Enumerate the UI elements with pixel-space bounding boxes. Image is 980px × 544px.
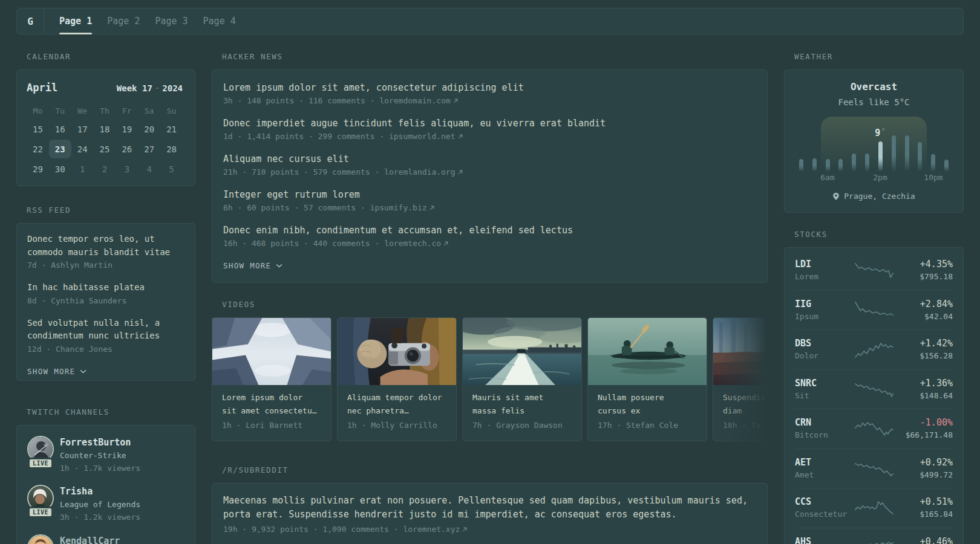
calendar-day: 30 [49, 159, 71, 179]
external-link-icon [430, 206, 434, 210]
calendar-separator: · [152, 83, 162, 93]
hackernews-item-domain[interactable]: loremlandia.org [384, 167, 455, 176]
stock-info: DBS Dolor [795, 337, 853, 362]
rss-widget: RSS FEED Donec tempor eros leo, ut commo… [16, 206, 195, 381]
weather-bar [931, 154, 935, 172]
hackernews-item-stats: 3h · 148 points · 116 comments [223, 96, 365, 105]
stock-symbol[interactable]: IIG [795, 299, 811, 309]
video-card[interactable]: Nullam posuere cursus ex 17h · Stefan Co… [587, 317, 707, 441]
hackernews-item-title[interactable]: Donec imperdiet augue tincidunt felis al… [223, 117, 756, 131]
avatar-image-kendallcarr [28, 536, 53, 544]
avatar-ring [27, 534, 54, 544]
calendar-day: 26 [116, 139, 138, 159]
rss-item-title[interactable]: Sed volutpat nulla nisl, a condimentum n… [27, 317, 185, 343]
stock-change: +0.51% [895, 495, 953, 508]
rss-item: Donec tempor eros leo, ut commodo mauris… [27, 233, 185, 271]
hackernews-item-meta: 16h · 468 points · 440 comments · loremt… [223, 238, 756, 250]
stock-symbol[interactable]: AHS [795, 536, 811, 544]
weather-location[interactable]: Prague, Czechia [795, 191, 953, 201]
stock-change: -1.00% [895, 416, 953, 429]
video-card[interactable]: Mauris sit amet massa felis 7h · Grayson… [462, 317, 582, 441]
tab-page-4[interactable]: Page 4 [203, 8, 236, 34]
tab-page-3[interactable]: Page 3 [155, 8, 188, 34]
twitch-channel: LIVE Trisha League of Legends 3h · 1.2k … [27, 485, 185, 523]
video-title[interactable]: Mauris sit amet massa felis [472, 391, 572, 417]
video-meta: 7h · Grayson Dawson [472, 419, 572, 432]
hackernews-item: Donec enim nibh, condimentum et accumsan… [223, 224, 756, 250]
hackernews-item-domain[interactable]: ipsumify.biz [370, 203, 427, 212]
hackernews-item-meta: 3h · 148 points · 116 comments · loremdo… [223, 95, 756, 107]
weather-condition: Overcast [795, 82, 953, 92]
hackernews-item-title[interactable]: Donec enim nibh, condimentum et accumsan… [223, 224, 756, 238]
external-link-icon [443, 241, 448, 246]
rss-widget-label: RSS FEED [27, 206, 195, 215]
twitch-avatar: LIVE [27, 436, 54, 474]
hackernews-show-more-button[interactable]: SHOW MORE [223, 261, 756, 270]
stock-symbol[interactable]: AET [795, 457, 811, 468]
twitch-channel-category[interactable]: Counter-Strike [60, 449, 140, 462]
stock-symbol[interactable]: DBS [795, 338, 811, 349]
hackernews-item-domain[interactable]: loremdomain.com [379, 96, 450, 105]
sparkline-chart [855, 380, 893, 399]
stock-values: +1.42% $156.28 [895, 337, 953, 362]
calendar-day: 16 [49, 119, 71, 139]
stock-price: $795.18 [895, 271, 953, 283]
videos-carousel: Lorem ipsum dolor sit amet consectetu… 1… [212, 317, 768, 441]
twitch-channel-info: ForrestBurton Counter-Strike 1h · 1.7k v… [60, 436, 140, 474]
stock-symbol[interactable]: SNRC [795, 378, 817, 389]
video-card[interactable]: Aliquam tempor dolor nec pharetra… 1h · … [337, 317, 457, 441]
external-link-icon [458, 170, 463, 175]
weather-chart: 9° [795, 117, 953, 172]
hackernews-item-domain[interactable]: ipsumworld.net [389, 132, 456, 141]
calendar-week: Week 17 [117, 83, 152, 93]
tab-page-2[interactable]: Page 2 [107, 8, 140, 34]
stock-symbol[interactable]: CCS [795, 496, 811, 507]
video-title[interactable]: Nullam posuere cursus ex [598, 391, 697, 417]
hackernews-item-stats: 21h · 710 points · 579 comments [223, 167, 370, 176]
video-title[interactable]: Aliquam tempor dolor nec pharetra… [347, 391, 446, 417]
weather-bar-current [878, 141, 883, 172]
logo[interactable]: G [17, 8, 44, 34]
stock-name: Consectetur [795, 508, 853, 520]
subreddit-post-domain[interactable]: loremnet.xyz [403, 525, 460, 534]
video-card[interactable]: Suspendisse auctor diam 18h · Tara Benne… [713, 317, 768, 441]
twitch-channel-info: Trisha League of Legends 3h · 1.2k viewe… [60, 485, 140, 523]
subreddit-post-title[interactable]: Maecenas mollis pulvinar erat non posuer… [223, 494, 756, 522]
hackernews-item-title[interactable]: Integer eget rutrum lorem [223, 188, 756, 202]
stock-sparkline [853, 340, 895, 359]
stock-symbol[interactable]: CRN [795, 417, 811, 428]
stock-name: Amet [795, 469, 853, 481]
weather-bar [812, 158, 817, 172]
weather-bar [852, 154, 856, 172]
rss-show-more-button[interactable]: SHOW MORE [27, 367, 185, 376]
stock-info: AHS [795, 535, 853, 544]
twitch-channel-name[interactable]: Trisha [60, 486, 93, 497]
video-title[interactable]: Lorem ipsum dolor sit amet consectetu… [222, 391, 321, 417]
weather-widget-label: WEATHER [794, 52, 964, 62]
stock-name: Ipsum [795, 311, 853, 323]
hackernews-item-title[interactable]: Lorem ipsum dolor sit amet, consectetur … [223, 81, 756, 95]
hackernews-item-meta: 1d · 1,414 points · 299 comments · ipsum… [223, 131, 756, 143]
tab-page-1[interactable]: Page 1 [59, 8, 92, 34]
stock-sparkline [853, 380, 895, 399]
sparkline-chart [855, 261, 893, 280]
twitch-channel-name[interactable]: KendallCarr [60, 536, 120, 544]
twitch-channel-category[interactable]: League of Legends [60, 498, 140, 511]
video-card[interactable]: Lorem ipsum dolor sit amet consectetu… 1… [212, 317, 332, 441]
twitch-channel-name[interactable]: ForrestBurton [60, 437, 131, 448]
sparkline-chart [855, 538, 893, 544]
stock-name: Dolor [795, 350, 853, 362]
rss-item-title[interactable]: In hac habitasse platea [27, 281, 185, 294]
video-thumbnail-canoe [588, 318, 707, 385]
calendar-day: 15 [27, 119, 49, 139]
rss-item-title[interactable]: Donec tempor eros leo, ut commodo mauris… [27, 233, 185, 259]
stock-sparkline [853, 538, 895, 544]
dashboard-page: G Page 1 Page 2 Page 3 Page 4 CALENDAR A… [0, 0, 980, 544]
hackernews-item-title[interactable]: Aliquam nec cursus elit [223, 152, 756, 166]
calendar-grid: Mo Tu We Th Fr Sa Su 15 16 17 18 19 20 2… [27, 105, 183, 179]
hackernews-item-domain[interactable]: loremtech.co [384, 239, 441, 248]
video-title[interactable]: Suspendisse auctor diam [723, 391, 768, 417]
external-link-icon [458, 134, 463, 139]
stock-symbol[interactable]: LDI [795, 259, 811, 270]
calendar-day-other-month: 2 [94, 159, 116, 179]
